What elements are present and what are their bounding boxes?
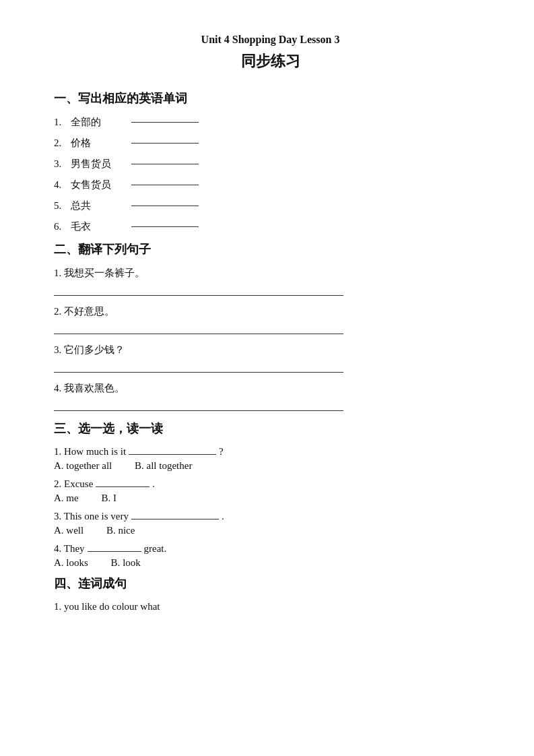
option: B. look [111, 557, 141, 568]
vocab-item: 3. 男售货员 [54, 158, 487, 170]
select-item: 4. Theygreat. A. looks B. look [54, 543, 487, 569]
question-blank[interactable] [88, 551, 141, 552]
option-label: A. [54, 557, 64, 568]
vocab-item: 5. 总共 [54, 199, 487, 212]
vocab-number: 4. [54, 179, 71, 191]
option-label: B. [135, 460, 144, 471]
translate-item: 2. 不好意思。 [54, 305, 487, 334]
option: A. together all [54, 460, 112, 471]
options-row: A. together all B. all together [54, 460, 487, 472]
option-label: B. [111, 557, 121, 568]
section3-header: 三、选一选，读一读 [54, 420, 487, 437]
section2-items: 1. 我想买一条裤子。 2. 不好意思。 3. 它们多少钱？ 4. 我喜欢黑色。 [54, 267, 487, 411]
sentence-item: 1. you like do colour what [54, 601, 487, 612]
question-text: 3. This one is very. [54, 511, 487, 522]
translate-item: 1. 我想买一条裤子。 [54, 267, 487, 296]
question-blank[interactable] [129, 454, 216, 455]
question-text: 2. Excuse. [54, 478, 487, 490]
vocab-zh: 女售货员 [71, 179, 125, 191]
vocab-blank[interactable] [131, 185, 199, 185]
sentence-number: 1. [54, 601, 61, 612]
section4-items: 1. you like do colour what [54, 601, 487, 612]
vocab-item: 4. 女售货员 [54, 179, 487, 191]
option-label: B. [106, 525, 116, 536]
select-item: 2. Excuse. A. me B. I [54, 478, 487, 504]
page-title-en: Unit 4 Shopping Day Lesson 3 [54, 34, 487, 46]
vocab-blank[interactable] [131, 226, 199, 227]
vocab-item: 1. 全部的 [54, 116, 487, 129]
vocab-blank[interactable] [131, 164, 199, 164]
option-label: A. [54, 525, 64, 536]
vocab-number: 3. [54, 158, 71, 170]
option: B. all together [135, 460, 192, 471]
translate-item: 4. 我喜欢黑色。 [54, 382, 487, 411]
vocab-zh: 男售货员 [71, 158, 125, 170]
section4-header: 四、连词成句 [54, 575, 487, 592]
vocab-zh: 价格 [71, 137, 125, 150]
question-blank[interactable] [131, 519, 219, 519]
options-row: A. well B. nice [54, 525, 487, 536]
answer-line[interactable] [54, 322, 343, 334]
option: A. looks [54, 557, 88, 568]
option-text: I [113, 493, 116, 503]
option: B. I [101, 493, 116, 503]
vocab-item: 6. 毛衣 [54, 220, 487, 233]
answer-line[interactable] [54, 399, 343, 411]
section1-header: 一、写出相应的英语单词 [54, 90, 487, 106]
options-row: A. looks B. look [54, 557, 487, 569]
option: B. nice [106, 525, 135, 536]
vocab-zh: 全部的 [71, 116, 125, 129]
option-label: A. [54, 460, 64, 471]
vocab-zh: 毛衣 [71, 220, 125, 233]
option-text: well [66, 525, 84, 536]
vocab-number: 1. [54, 117, 71, 128]
vocab-item: 2. 价格 [54, 137, 487, 150]
question-blank[interactable] [96, 486, 149, 487]
answer-line[interactable] [54, 284, 343, 296]
select-item: 1. How much is it? A. together all B. al… [54, 446, 487, 472]
vocab-zh: 总共 [71, 199, 125, 212]
question-text: 4. Theygreat. [54, 543, 487, 555]
vocab-number: 5. [54, 200, 71, 212]
option-text: nice [118, 525, 135, 536]
option-text: look [123, 557, 141, 568]
section3-items: 1. How much is it? A. together all B. al… [54, 446, 487, 569]
question-text: 1. How much is it? [54, 446, 487, 458]
option-label: A. [54, 493, 64, 503]
option-text: together all [66, 460, 112, 471]
option: A. me [54, 493, 79, 503]
vocab-blank[interactable] [131, 206, 199, 206]
sentence-words: you like do colour what [64, 601, 160, 612]
translate-question: 3. 它们多少钱？ [54, 344, 487, 356]
section2-header: 二、翻译下列句子 [54, 241, 487, 257]
vocab-number: 2. [54, 137, 71, 149]
answer-line[interactable] [54, 360, 343, 373]
vocab-blank[interactable] [131, 122, 199, 123]
option-text: all together [147, 460, 193, 471]
translate-question: 2. 不好意思。 [54, 305, 487, 318]
vocab-blank[interactable] [131, 143, 199, 144]
option-label: B. [101, 493, 110, 503]
page-title-zh: 同步练习 [54, 51, 487, 71]
option-text: looks [66, 557, 88, 568]
select-item: 3. This one is very. A. well B. nice [54, 511, 487, 536]
translate-question: 4. 我喜欢黑色。 [54, 382, 487, 395]
options-row: A. me B. I [54, 493, 487, 504]
translate-item: 3. 它们多少钱？ [54, 344, 487, 373]
option: A. well [54, 525, 84, 536]
section1-items: 1. 全部的 2. 价格 3. 男售货员 4. 女售货员 5. 总共 6. 毛衣 [54, 116, 487, 233]
translate-question: 1. 我想买一条裤子。 [54, 267, 487, 280]
vocab-number: 6. [54, 221, 71, 232]
option-text: me [66, 493, 78, 503]
